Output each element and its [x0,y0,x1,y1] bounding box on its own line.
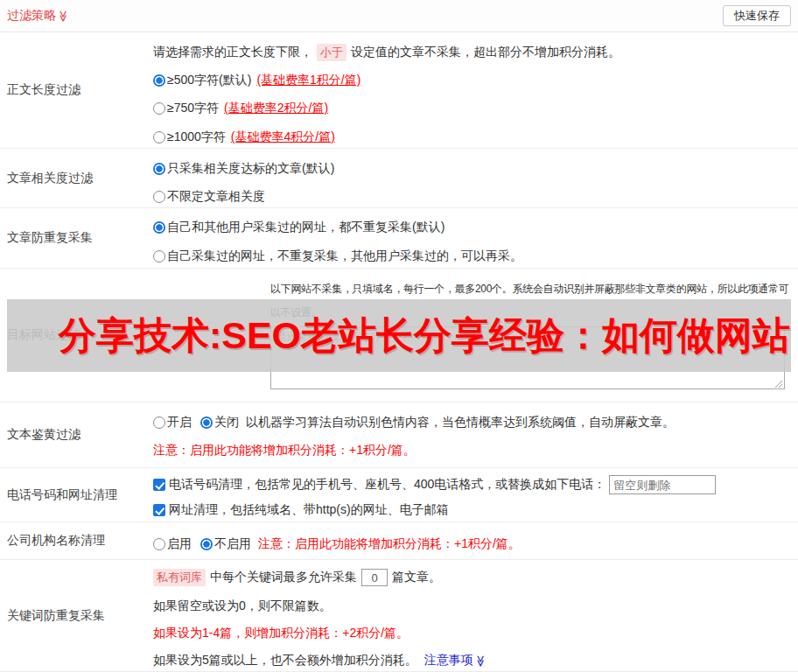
row-label: 文章相关度过滤 [0,149,153,207]
radio-company-cleanup-on[interactable] [153,538,165,550]
radio-1000-chars[interactable] [153,131,165,144]
radio-relevance-any[interactable] [153,191,165,203]
limit-suffix: 篇文章。 [392,570,441,585]
header-bar: 过滤策略 ≫ 快速保存 [0,0,798,32]
cost-warning: 如果设为1-4篇，则增加积分消耗：+2积分/篇。 [153,625,409,642]
option-label[interactable]: ≥750字符 [167,101,219,116]
radio-dedup-self-only[interactable] [153,250,165,262]
row-label: 公司机构名称清理 [0,522,153,559]
checkbox-label[interactable]: 网址清理，包括纯域名、带http(s)的网址、电子邮箱 [169,502,449,518]
row-content: 电话号码清理，包括常见的手机号、座机号、400电话格式，或替换成如下电话： 网址… [153,468,798,522]
fee-note: (基础费率4积分/篇) [231,130,335,145]
radio-porn-filter-on[interactable] [153,416,165,429]
row-label: 正文长度过滤 [0,32,153,148]
phone-cleanup-checkbox[interactable] [153,479,165,491]
keyword-limit-line: 私有词库 中每个关键词最多允许采集 篇文章。 [153,569,441,586]
row-keyword-dedup: 关键词防重复采集 私有词库 中每个关键词最多允许采集 篇文章。 如果留空或设为0… [0,560,798,672]
section-toggle[interactable]: 过滤策略 ≫ [7,8,70,24]
option-row: ≥500字符(默认) (基础费率1积分/篇) [153,72,360,89]
filter-strategy-page: 过滤策略 ≫ 快速保存 正文长度过滤 请选择需求的正文长度下限， 小于 设定值的… [0,0,798,672]
description-line-1: 以下网站不采集，只填域名，每行一个，最多200个。系统会自动识别并屏蔽那些非文章… [270,282,788,296]
option-row: 不限定文章相关度 [153,188,265,206]
limit-text: 中每个关键词最多允许采集 [210,570,357,585]
option-row: 开启 关闭 以机器学习算法自动识别色情内容，当色情概率达到系统阈值，自动屏蔽文章… [153,414,675,431]
cost-warning: 注意：启用此功能将增加积分消耗：+1积分/篇。 [153,442,416,459]
chevron-down-icon[interactable]: ≫ [58,10,69,22]
fee-note: (基础费率2积分/篇) [224,101,328,116]
option-row: ≥1000字符 (基础费率4积分/篇) [153,129,335,146]
hint-text: 如果设为5篇或以上，也不会额外增加积分消耗。 [153,653,417,668]
radio-porn-filter-off[interactable] [200,416,213,429]
cost-warning: 注意：启用此功能将增加积分消耗：+1积分/篇。 [258,536,521,552]
option-row: ≥750字符 (基础费率2积分/篇) [153,100,328,117]
private-lexicon-link[interactable]: 私有词库 [153,569,206,586]
quick-save-button[interactable]: 快速保存 [723,5,791,26]
chevron-down-icon[interactable]: ≫ [475,654,486,667]
option-description: 以机器学习算法自动识别色情内容，当色情概率达到系统阈值，自动屏蔽文章。 [246,415,675,430]
row-label: 文章防重复采集 [0,208,153,268]
watermark-overlay: 分享技术:SEO老站长分享经验：如何做网站 [7,299,791,372]
max-articles-input[interactable] [361,569,388,586]
row-article-dedup: 文章防重复采集 自己和其他用户采集过的网址，都不重复采集(默认) 自己采集过的网… [0,208,798,269]
radio-500-chars[interactable] [153,74,165,87]
option-label[interactable]: ≥1000字符 [167,130,226,145]
radio-750-chars[interactable] [153,102,165,115]
option-label[interactable]: 只采集相关度达标的文章(默认) [167,161,334,177]
less-than-tag: 小于 [317,44,346,61]
option-row: 启用 不启用 注意：启用此功能将增加积分消耗：+1积分/篇。 [153,536,521,553]
description-text-after: 设定值的文章不采集，超出部分不增加积分消耗。 [351,45,620,60]
fee-note: (基础费率1积分/篇) [256,73,360,88]
option-label[interactable]: 不限定文章相关度 [167,189,265,205]
replacement-phone-input[interactable] [609,475,716,494]
option-label[interactable]: 关闭 [214,415,239,430]
radio-relevance-only[interactable] [153,163,165,175]
row-content: 开启 关闭 以机器学习算法自动识别色情内容，当色情概率达到系统阈值，自动屏蔽文章… [153,402,798,467]
row-content: 只采集相关度达标的文章(默认) 不限定文章相关度 [153,149,798,207]
notes-link[interactable]: 注意事项 [424,653,473,668]
option-label[interactable]: ≥500字符(默认) [167,73,251,88]
row-content: 请选择需求的正文长度下限， 小于 设定值的文章不采集，超出部分不增加积分消耗。 … [153,32,798,148]
row-company-name-cleanup: 公司机构名称清理 启用 不启用 注意：启用此功能将增加积分消耗：+1积分/篇。 [0,522,798,560]
checkbox-label[interactable]: 电话号码清理，包括常见的手机号、座机号、400电话格式，或替换成如下电话： [169,477,606,493]
option-label[interactable]: 启用 [167,536,192,552]
radio-dedup-all-users[interactable] [153,221,165,234]
row-content: 私有词库 中每个关键词最多允许采集 篇文章。 如果留空或设为0，则不限篇数。 如… [153,560,798,671]
description-text-before: 请选择需求的正文长度下限， [153,45,312,60]
row-body-length-filter: 正文长度过滤 请选择需求的正文长度下限， 小于 设定值的文章不采集，超出部分不增… [0,32,798,149]
row-article-relevance-filter: 文章相关度过滤 只采集相关度达标的文章(默认) 不限定文章相关度 [0,149,798,208]
option-row: 自己和其他用户采集过的网址，都不重复采集(默认) [153,219,444,236]
hint-line: 如果设为5篇或以上，也不会额外增加积分消耗。 注意事项 ≫ [153,652,486,669]
row-content: 自己和其他用户采集过的网址，都不重复采集(默认) 自己采集过的网址，不重复采集，… [153,208,798,268]
row-label: 关键词防重复采集 [0,560,153,671]
option-row: 只采集相关度达标的文章(默认) [153,160,334,178]
checkbox-row: 网址清理，包括纯域名、带http(s)的网址、电子邮箱 [153,501,449,519]
option-label[interactable]: 开启 [167,415,192,430]
row-porn-detection-filter: 文本鉴黄过滤 开启 关闭 以机器学习算法自动识别色情内容，当色情概率达到系统阈值… [0,402,798,468]
option-row: 自己采集过的网址，不重复采集，其他用户采集过的，可以再采。 [153,248,522,265]
url-cleanup-checkbox[interactable] [153,504,165,516]
option-label[interactable]: 自己采集过的网址，不重复采集，其他用户采集过的，可以再采。 [167,248,522,264]
row-label: 文本鉴黄过滤 [0,402,153,467]
row-content: 启用 不启用 注意：启用此功能将增加积分消耗：+1积分/篇。 [153,522,798,559]
description-line: 请选择需求的正文长度下限， 小于 设定值的文章不采集，超出部分不增加积分消耗。 [153,44,620,61]
row-phone-url-cleanup: 电话号码和网址清理 电话号码清理，包括常见的手机号、座机号、400电话格式，或替… [0,468,798,522]
option-label[interactable]: 不启用 [214,536,251,552]
watermark-text: 分享技术:SEO老站长分享经验：如何做网站 [59,311,790,361]
radio-company-cleanup-off[interactable] [200,538,213,550]
checkbox-row: 电话号码清理，包括常见的手机号、座机号、400电话格式，或替换成如下电话： [153,474,716,495]
option-label[interactable]: 自己和其他用户采集过的网址，都不重复采集(默认) [167,220,444,235]
hint-line: 如果留空或设为0，则不限篇数。 [153,598,332,615]
row-label: 电话号码和网址清理 [0,468,153,522]
page-title: 过滤策略 [7,8,56,24]
